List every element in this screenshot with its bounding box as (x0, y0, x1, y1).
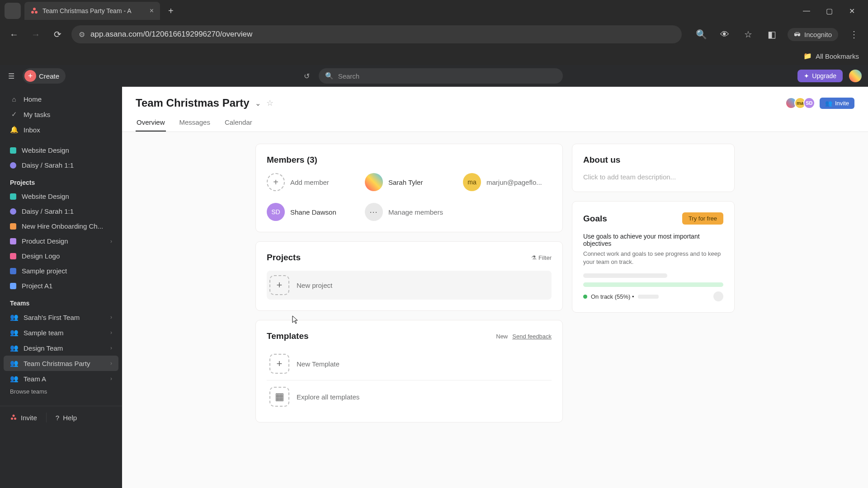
invite-button[interactable]: 👥 Invite (820, 98, 854, 109)
search-icon: 🔍 (325, 72, 334, 80)
search-placeholder: Search (338, 72, 360, 80)
reload-button[interactable]: ⟳ (50, 27, 65, 42)
sidebar-team-item[interactable]: 👥Team A› (0, 371, 122, 386)
sidebar-label: Daisy / Sarah 1:1 (22, 161, 74, 169)
chevron-right-icon: › (110, 345, 112, 351)
avatar-stack[interactable]: ma SD (788, 97, 815, 109)
sidebar: ⌂ Home ✓ My tasks 🔔 Inbox Website Design… (0, 87, 122, 488)
try-free-button[interactable]: Try for free (682, 212, 723, 225)
sidebar-label: Sarah's First Team (24, 314, 80, 321)
search-icon[interactable]: 🔍 (693, 27, 709, 42)
new-project-label: New project (297, 282, 332, 289)
sidebar-team-item-active[interactable]: 👥Team Christmas Party› (4, 356, 118, 371)
site-settings-icon[interactable]: ⚙ (79, 30, 85, 39)
sidebar-label: Daisy / Sarah 1:1 (22, 207, 74, 215)
team-icon: 👥 (10, 344, 18, 352)
sidebar-project-item[interactable]: New Hire Onboarding Ch... (0, 219, 122, 234)
history-icon[interactable]: ↺ (301, 70, 313, 82)
sidebar-project-item[interactable]: Daisy / Sarah 1:1 (0, 204, 122, 219)
help-label: Help (63, 414, 77, 422)
upgrade-button[interactable]: ✦ Upgrade (797, 70, 843, 82)
forward-button: → (28, 27, 43, 42)
member-item[interactable]: Sarah Tyler (365, 173, 453, 191)
user-avatar[interactable] (848, 69, 863, 83)
explore-templates-button[interactable]: ▦ Explore all templates (267, 382, 552, 411)
close-tab-icon[interactable]: × (150, 7, 154, 15)
asana-favicon-icon (31, 7, 38, 14)
sidebar-item-home[interactable]: ⌂ Home (0, 91, 122, 107)
filter-button[interactable]: ⚗ Filter (531, 254, 552, 261)
browser-tab[interactable]: Team Christmas Party Team - A × (24, 2, 160, 20)
goals-skeleton: On track (55%) • (583, 273, 723, 301)
svg-point-1 (31, 11, 34, 14)
eye-off-icon[interactable]: 👁 (717, 27, 732, 42)
member-name: Sarah Tyler (388, 178, 423, 186)
sidebar-project-item[interactable]: Website Design (0, 189, 122, 204)
menu-icon[interactable]: ☰ (5, 70, 17, 82)
new-template-button[interactable]: + New Template (267, 349, 552, 378)
team-icon: 👥 (10, 375, 18, 383)
avatar: SD (267, 203, 285, 221)
sidebar-project-item[interactable]: Project A1 (0, 278, 122, 293)
create-button[interactable]: + Create (23, 68, 66, 84)
search-input[interactable]: 🔍 Search (319, 68, 563, 84)
minimize-icon[interactable]: — (801, 5, 812, 16)
help-button[interactable]: ? Help (56, 414, 77, 422)
invite-button[interactable]: Invite (10, 414, 37, 422)
chevron-down-icon[interactable]: ⌄ (255, 99, 261, 108)
sidebar-recent-item[interactable]: Daisy / Sarah 1:1 (0, 158, 122, 173)
sidebar-project-item[interactable]: Design Logo (0, 249, 122, 263)
add-member-label: Add member (290, 178, 329, 186)
ellipsis-icon: ⋯ (365, 203, 383, 221)
sidebar-item-inbox[interactable]: 🔔 Inbox (0, 122, 122, 137)
members-title: Members (3) (267, 155, 552, 165)
tab-overview[interactable]: Overview (136, 114, 166, 131)
projects-title: Projects (267, 253, 301, 263)
plus-icon: + (269, 354, 289, 374)
member-item[interactable]: SD Shane Dawson (267, 203, 355, 221)
sidebar-team-item[interactable]: 👥Sarah's First Team› (0, 310, 122, 325)
sidebar-label: Website Design (22, 192, 69, 200)
new-tab-button[interactable]: + (164, 6, 178, 16)
new-project-button[interactable]: + New project (267, 271, 552, 300)
manage-members-button[interactable]: ⋯ Manage members (365, 203, 453, 221)
incognito-chip[interactable]: 🕶 Incognito (788, 28, 838, 41)
bookmark-star-icon[interactable]: ☆ (741, 27, 756, 42)
browse-teams-link[interactable]: Browse teams (0, 386, 122, 399)
avatar (365, 173, 383, 191)
sidebar-section-teams: Teams (0, 293, 122, 310)
sidebar-project-item[interactable]: Product Design› (0, 234, 122, 249)
back-button[interactable]: ← (6, 27, 22, 42)
tab-messages[interactable]: Messages (179, 114, 211, 131)
tab-calendar[interactable]: Calendar (224, 114, 253, 131)
plus-icon: + (267, 173, 285, 191)
people-icon: 👥 (825, 100, 832, 107)
sidebar-recent-item[interactable]: Website Design (0, 143, 122, 158)
sidebar-item-mytasks[interactable]: ✓ My tasks (0, 107, 122, 122)
address-bar[interactable]: ⚙ app.asana.com/0/1206166192996270/overv… (71, 25, 682, 43)
sidebar-team-item[interactable]: 👥Sample team› (0, 325, 122, 340)
about-placeholder[interactable]: Click to add team description... (583, 173, 723, 181)
maximize-icon[interactable]: ▢ (824, 5, 835, 16)
sidebar-team-item[interactable]: 👥Design Team› (0, 340, 122, 356)
svg-point-5 (14, 418, 16, 420)
create-label: Create (39, 72, 59, 80)
side-panel-icon[interactable]: ◧ (764, 27, 779, 42)
sidebar-label: Home (24, 95, 42, 103)
tab-strip: Team Christmas Party Team - A × + — ▢ ✕ (0, 0, 868, 22)
profile-button[interactable] (5, 3, 21, 19)
project-color-icon (10, 223, 16, 230)
check-icon: ✓ (10, 110, 18, 118)
star-icon[interactable]: ☆ (266, 98, 274, 108)
bell-icon: 🔔 (10, 126, 18, 134)
all-bookmarks-link[interactable]: All Bookmarks (816, 52, 859, 60)
sidebar-project-item[interactable]: Sample project (0, 263, 122, 278)
send-feedback-link[interactable]: Send feedback (512, 333, 552, 340)
avatar: SD (803, 97, 815, 109)
add-member-button[interactable]: + Add member (267, 173, 355, 191)
project-color-icon (10, 162, 16, 169)
overflow-menu-icon[interactable]: ⋮ (846, 27, 862, 42)
close-window-icon[interactable]: ✕ (846, 5, 857, 16)
member-item[interactable]: ma marjun@pageflo... (463, 173, 551, 191)
manage-label: Manage members (388, 208, 443, 216)
